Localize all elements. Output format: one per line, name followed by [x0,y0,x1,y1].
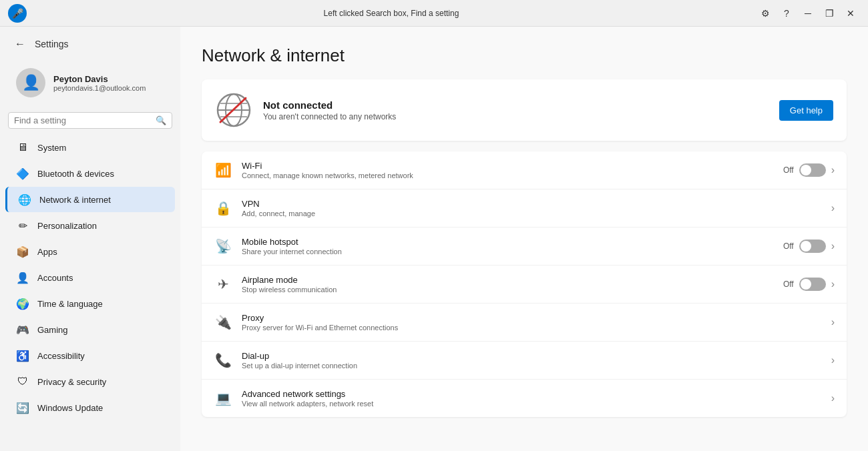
user-name: Peyton Davis [53,74,146,84]
settings-item-desc: Share your internet connection [242,248,774,256]
settings-item-airplane[interactable]: ✈ Airplane mode Stop wireless communicat… [202,266,847,304]
settings-item-desc: Connect, manage known networks, metered … [242,171,774,179]
settings-item-desc: Proxy server for Wi-Fi and Ethernet conn… [242,324,822,332]
wifi-icon: 📶 [214,161,232,179]
titlebar: 🎤 Left clicked Search box, Find a settin… [0,0,868,27]
titlebar-status: Left clicked Search box, Find a setting [33,9,749,18]
network-status-card: Not connected You aren't connected to an… [202,79,847,141]
chevron-right-icon: › [831,240,835,252]
settings-item-wifi[interactable]: 📶 Wi-Fi Connect, manage known networks, … [202,151,847,189]
sidebar-item-bluetooth[interactable]: 🔷 Bluetooth & devices [5,161,175,186]
sidebar-item-label: Privacy & security [37,377,106,387]
sidebar-header: ← Settings [0,27,180,59]
settings-item-name: VPN [242,199,822,209]
toggle-group: Off › [783,278,835,291]
sidebar-item-privacy[interactable]: 🛡 Privacy & security [5,369,175,394]
help-icon[interactable]: ? [777,4,796,23]
sidebar-item-system[interactable]: 🖥 System [5,135,175,160]
settings-item-dialup[interactable]: 📞 Dial-up Set up a dial-up internet conn… [202,342,847,380]
chevron-right-icon: › [831,164,835,176]
chevron-right-icon: › [831,392,835,404]
settings-text: Dial-up Set up a dial-up internet connec… [242,351,822,370]
sidebar-item-apps[interactable]: 📦 Apps [5,239,175,264]
sidebar-nav: 🖥 System 🔷 Bluetooth & devices 🌐 Network… [0,134,180,421]
sidebar-item-personalization[interactable]: ✏ Personalization [5,213,175,238]
sidebar-item-network[interactable]: 🌐 Network & internet [5,187,175,212]
chevron-right-icon: › [831,316,835,328]
settings-item-desc: Set up a dial-up internet connection [242,362,822,370]
page-title: Network & internet [202,45,847,66]
window-controls: ⚙ ? ─ ❐ ✕ [756,4,860,23]
window: ← Settings 👤 Peyton Davis peytondavis.1@… [0,27,868,451]
settings-item-name: Mobile hotspot [242,237,774,247]
user-email: peytondavis.1@outlook.com [53,84,146,92]
user-profile[interactable]: 👤 Peyton Davis peytondavis.1@outlook.com [5,61,175,104]
proxy-icon: 🔌 [214,313,232,332]
chevron-right-icon: › [831,202,835,214]
toggle-label: Off [783,165,794,175]
avatar: 👤 [16,68,45,97]
status-description: You aren't connected to any networks [263,112,769,121]
status-title: Not connected [263,99,769,111]
sidebar-item-time[interactable]: 🌍 Time & language [5,291,175,316]
sidebar-item-label: Time & language [37,299,103,309]
sidebar-item-accessibility[interactable]: ♿ Accessibility [5,343,175,368]
settings-item-name: Airplane mode [242,275,774,285]
hotspot-toggle[interactable] [799,240,826,253]
restore-button[interactable]: ❐ [820,4,839,23]
advanced-icon: 💻 [214,389,232,408]
sidebar-title: Settings [35,39,69,49]
settings-item-hotspot[interactable]: 📡 Mobile hotspot Share your internet con… [202,228,847,266]
sidebar-item-label: Personalization [37,221,97,231]
settings-item-vpn[interactable]: 🔒 VPN Add, connect, manage › [202,189,847,228]
accessibility-icon: ♿ [16,349,29,362]
sidebar-item-label: Windows Update [37,403,103,413]
dialup-icon: 📞 [214,351,232,370]
settings-text: Airplane mode Stop wireless communicatio… [242,275,774,294]
personalization-icon: ✏ [16,219,29,232]
settings-list: 📶 Wi-Fi Connect, manage known networks, … [202,151,847,417]
wifi-toggle[interactable] [799,163,826,177]
back-button[interactable]: ← [11,35,29,53]
vpn-icon: 🔒 [214,199,232,217]
settings-item-proxy[interactable]: 🔌 Proxy Proxy server for Wi-Fi and Ether… [202,304,847,342]
time-icon: 🌍 [16,297,29,310]
chevron-right-icon: › [831,278,835,290]
settings-text: VPN Add, connect, manage [242,199,822,217]
settings-item-name: Proxy [242,313,822,323]
sidebar-item-accounts[interactable]: 👤 Accounts [5,265,175,290]
close-button[interactable]: ✕ [841,4,860,23]
airplane-toggle[interactable] [799,278,826,291]
system-icon: 🖥 [16,141,29,154]
apps-icon: 📦 [16,245,29,258]
sidebar-item-label: Network & internet [39,195,111,205]
toggle-group: Off › [783,240,835,253]
network-icon: 🌐 [18,193,31,206]
sidebar-item-update[interactable]: 🔄 Windows Update [5,395,175,420]
settings-item-desc: Stop wireless communication [242,286,774,294]
sidebar-item-label: Accounts [37,273,73,283]
settings-titlebar-icon[interactable]: ⚙ [756,4,775,23]
network-globe-icon [215,91,252,129]
sidebar-item-label: Accessibility [37,351,85,361]
settings-item-name: Advanced network settings [242,389,822,399]
minimize-button[interactable]: ─ [799,4,817,23]
search-box[interactable]: 🔍 [8,112,172,129]
sidebar-item-label: Apps [37,247,57,257]
airplane-icon: ✈ [214,275,232,294]
main-content: Network & internet Not connected You are… [180,27,868,451]
search-icon: 🔍 [156,115,166,125]
settings-item-name: Dial-up [242,351,822,361]
update-icon: 🔄 [16,401,29,414]
get-help-button[interactable]: Get help [779,100,833,121]
settings-item-advanced[interactable]: 💻 Advanced network settings View all net… [202,380,847,417]
settings-item-desc: Add, connect, manage [242,209,822,217]
sidebar-item-label: System [37,143,66,153]
user-info: Peyton Davis peytondavis.1@outlook.com [53,74,146,92]
toggle-label: Off [783,280,794,289]
settings-item-desc: View all network adapters, network reset [242,400,822,408]
settings-text: Wi-Fi Connect, manage known networks, me… [242,161,774,179]
sidebar-item-label: Bluetooth & devices [37,169,114,179]
sidebar-item-gaming[interactable]: 🎮 Gaming [5,317,175,342]
search-input[interactable] [14,115,152,125]
